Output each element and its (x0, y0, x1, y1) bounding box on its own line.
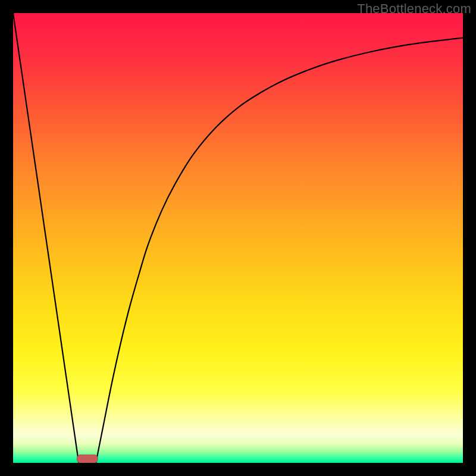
chart-svg (13, 13, 463, 463)
chart-background-gradient (13, 13, 463, 463)
optimal-marker (77, 455, 98, 463)
bottleneck-chart-figure: TheBottleneck.com (0, 0, 476, 476)
watermark-text: TheBottleneck.com (357, 1, 471, 17)
plot-area (13, 13, 463, 463)
